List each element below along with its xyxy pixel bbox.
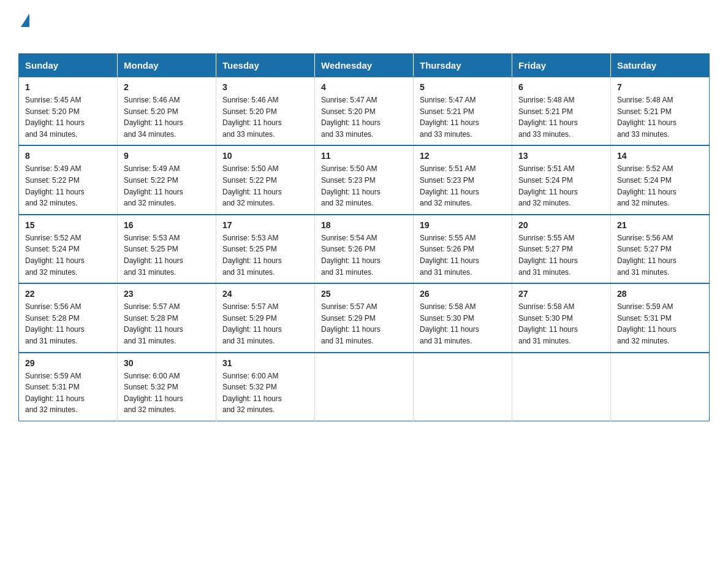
day-info: Sunrise: 5:56 AMSunset: 5:27 PMDaylight:… xyxy=(617,232,703,278)
calendar-header-row: SundayMondayTuesdayWednesdayThursdayFrid… xyxy=(19,54,710,77)
calendar-day-cell: 27Sunrise: 5:58 AMSunset: 5:30 PMDayligh… xyxy=(512,283,611,352)
day-info: Sunrise: 5:48 AMSunset: 5:21 PMDaylight:… xyxy=(518,94,604,140)
day-info: Sunrise: 5:46 AMSunset: 5:20 PMDaylight:… xyxy=(222,94,308,140)
calendar-day-cell: 17Sunrise: 5:53 AMSunset: 5:25 PMDayligh… xyxy=(216,215,315,283)
calendar-day-cell: 29Sunrise: 5:59 AMSunset: 5:31 PMDayligh… xyxy=(19,353,118,421)
day-info: Sunrise: 5:45 AMSunset: 5:20 PMDaylight:… xyxy=(25,94,111,140)
logo: General xyxy=(18,12,80,42)
calendar-day-cell: 6Sunrise: 5:48 AMSunset: 5:21 PMDaylight… xyxy=(512,77,611,146)
calendar-day-header-friday: Friday xyxy=(512,54,611,77)
day-info: Sunrise: 5:57 AMSunset: 5:28 PMDaylight:… xyxy=(124,301,210,347)
day-info: Sunrise: 5:55 AMSunset: 5:26 PMDaylight:… xyxy=(420,232,506,278)
calendar-day-cell: 14Sunrise: 5:52 AMSunset: 5:24 PMDayligh… xyxy=(611,145,710,214)
day-number: 1 xyxy=(25,82,111,92)
calendar-day-cell: 22Sunrise: 5:56 AMSunset: 5:28 PMDayligh… xyxy=(19,283,118,352)
day-number: 9 xyxy=(124,151,210,161)
day-info: Sunrise: 5:58 AMSunset: 5:30 PMDaylight:… xyxy=(518,301,604,347)
day-number: 5 xyxy=(420,82,506,92)
day-number: 11 xyxy=(321,151,407,161)
day-info: Sunrise: 6:00 AMSunset: 5:32 PMDaylight:… xyxy=(222,370,308,416)
calendar-week-row: 8Sunrise: 5:49 AMSunset: 5:22 PMDaylight… xyxy=(19,145,710,214)
calendar-day-cell: 20Sunrise: 5:55 AMSunset: 5:27 PMDayligh… xyxy=(512,215,611,283)
day-number: 23 xyxy=(124,289,210,299)
calendar-day-cell: 19Sunrise: 5:55 AMSunset: 5:26 PMDayligh… xyxy=(414,215,512,283)
day-info: Sunrise: 5:53 AMSunset: 5:25 PMDaylight:… xyxy=(124,232,210,278)
day-info: Sunrise: 5:53 AMSunset: 5:25 PMDaylight:… xyxy=(222,232,308,278)
day-number: 13 xyxy=(518,151,604,161)
day-number: 31 xyxy=(222,358,308,368)
calendar-empty-cell xyxy=(512,353,611,421)
page-header: General xyxy=(18,12,710,42)
calendar-day-header-thursday: Thursday xyxy=(414,54,512,77)
day-info: Sunrise: 5:46 AMSunset: 5:20 PMDaylight:… xyxy=(124,94,210,140)
day-number: 21 xyxy=(617,220,703,230)
day-info: Sunrise: 5:51 AMSunset: 5:23 PMDaylight:… xyxy=(420,163,506,209)
calendar-day-cell: 30Sunrise: 6:00 AMSunset: 5:32 PMDayligh… xyxy=(118,353,216,421)
day-number: 15 xyxy=(25,220,111,230)
calendar-day-cell: 3Sunrise: 5:46 AMSunset: 5:20 PMDaylight… xyxy=(216,77,315,146)
calendar-day-cell: 15Sunrise: 5:52 AMSunset: 5:24 PMDayligh… xyxy=(19,215,118,283)
day-number: 4 xyxy=(321,82,407,92)
calendar-day-cell: 1Sunrise: 5:45 AMSunset: 5:20 PMDaylight… xyxy=(19,77,118,146)
calendar-table: SundayMondayTuesdayWednesdayThursdayFrid… xyxy=(18,53,710,421)
day-info: Sunrise: 5:52 AMSunset: 5:24 PMDaylight:… xyxy=(617,163,703,209)
calendar-day-cell: 28Sunrise: 5:59 AMSunset: 5:31 PMDayligh… xyxy=(611,283,710,352)
day-number: 19 xyxy=(420,220,506,230)
day-number: 18 xyxy=(321,220,407,230)
calendar-day-header-wednesday: Wednesday xyxy=(315,54,414,77)
day-number: 6 xyxy=(518,82,604,92)
day-info: Sunrise: 5:56 AMSunset: 5:28 PMDaylight:… xyxy=(25,301,111,347)
day-info: Sunrise: 5:59 AMSunset: 5:31 PMDaylight:… xyxy=(25,370,111,416)
day-info: Sunrise: 6:00 AMSunset: 5:32 PMDaylight:… xyxy=(124,370,210,416)
day-number: 8 xyxy=(25,151,111,161)
day-info: Sunrise: 5:49 AMSunset: 5:22 PMDaylight:… xyxy=(124,163,210,209)
day-number: 10 xyxy=(222,151,308,161)
day-info: Sunrise: 5:50 AMSunset: 5:23 PMDaylight:… xyxy=(321,163,407,209)
calendar-empty-cell xyxy=(611,353,710,421)
calendar-week-row: 1Sunrise: 5:45 AMSunset: 5:20 PMDaylight… xyxy=(19,77,710,146)
day-number: 25 xyxy=(321,289,407,299)
day-info: Sunrise: 5:50 AMSunset: 5:22 PMDaylight:… xyxy=(222,163,308,209)
day-number: 29 xyxy=(25,358,111,368)
day-info: Sunrise: 5:57 AMSunset: 5:29 PMDaylight:… xyxy=(321,301,407,347)
day-info: Sunrise: 5:51 AMSunset: 5:24 PMDaylight:… xyxy=(518,163,604,209)
day-info: Sunrise: 5:55 AMSunset: 5:27 PMDaylight:… xyxy=(518,232,604,278)
calendar-day-cell: 5Sunrise: 5:47 AMSunset: 5:21 PMDaylight… xyxy=(414,77,512,146)
calendar-day-cell: 9Sunrise: 5:49 AMSunset: 5:22 PMDaylight… xyxy=(118,145,216,214)
calendar-day-cell: 21Sunrise: 5:56 AMSunset: 5:27 PMDayligh… xyxy=(611,215,710,283)
calendar-empty-cell xyxy=(414,353,512,421)
calendar-week-row: 22Sunrise: 5:56 AMSunset: 5:28 PMDayligh… xyxy=(19,283,710,352)
calendar-day-cell: 2Sunrise: 5:46 AMSunset: 5:20 PMDaylight… xyxy=(118,77,216,146)
day-number: 30 xyxy=(124,358,210,368)
day-number: 22 xyxy=(25,289,111,299)
day-number: 16 xyxy=(124,220,210,230)
day-info: Sunrise: 5:54 AMSunset: 5:26 PMDaylight:… xyxy=(321,232,407,278)
day-number: 27 xyxy=(518,289,604,299)
calendar-day-cell: 8Sunrise: 5:49 AMSunset: 5:22 PMDaylight… xyxy=(19,145,118,214)
day-number: 2 xyxy=(124,82,210,92)
day-info: Sunrise: 5:48 AMSunset: 5:21 PMDaylight:… xyxy=(617,94,703,140)
day-number: 24 xyxy=(222,289,308,299)
calendar-day-cell: 11Sunrise: 5:50 AMSunset: 5:23 PMDayligh… xyxy=(315,145,414,214)
calendar-day-header-tuesday: Tuesday xyxy=(216,54,315,77)
day-number: 7 xyxy=(617,82,703,92)
day-info: Sunrise: 5:52 AMSunset: 5:24 PMDaylight:… xyxy=(25,232,111,278)
day-number: 20 xyxy=(518,220,604,230)
calendar-day-cell: 13Sunrise: 5:51 AMSunset: 5:24 PMDayligh… xyxy=(512,145,611,214)
day-number: 26 xyxy=(420,289,506,299)
calendar-day-header-sunday: Sunday xyxy=(19,54,118,77)
day-info: Sunrise: 5:47 AMSunset: 5:21 PMDaylight:… xyxy=(420,94,506,140)
day-number: 14 xyxy=(617,151,703,161)
calendar-week-row: 29Sunrise: 5:59 AMSunset: 5:31 PMDayligh… xyxy=(19,353,710,421)
calendar-day-cell: 31Sunrise: 6:00 AMSunset: 5:32 PMDayligh… xyxy=(216,353,315,421)
day-info: Sunrise: 5:47 AMSunset: 5:20 PMDaylight:… xyxy=(321,94,407,140)
calendar-day-cell: 18Sunrise: 5:54 AMSunset: 5:26 PMDayligh… xyxy=(315,215,414,283)
calendar-day-cell: 24Sunrise: 5:57 AMSunset: 5:29 PMDayligh… xyxy=(216,283,315,352)
calendar-day-cell: 16Sunrise: 5:53 AMSunset: 5:25 PMDayligh… xyxy=(118,215,216,283)
day-info: Sunrise: 5:58 AMSunset: 5:30 PMDaylight:… xyxy=(420,301,506,347)
day-number: 12 xyxy=(420,151,506,161)
day-info: Sunrise: 5:59 AMSunset: 5:31 PMDaylight:… xyxy=(617,301,703,347)
calendar-day-cell: 23Sunrise: 5:57 AMSunset: 5:28 PMDayligh… xyxy=(118,283,216,352)
calendar-day-cell: 25Sunrise: 5:57 AMSunset: 5:29 PMDayligh… xyxy=(315,283,414,352)
day-number: 28 xyxy=(617,289,703,299)
